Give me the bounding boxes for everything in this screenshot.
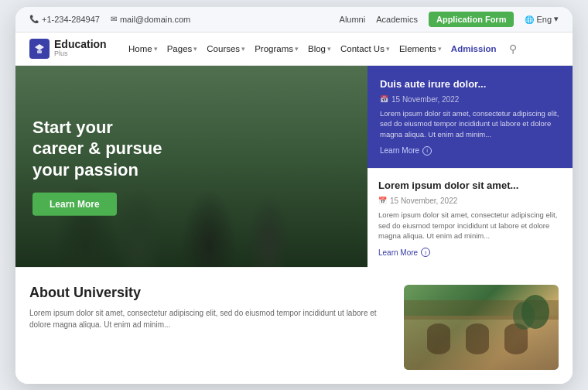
news-secondary-date: 📅 15 November, 2022 xyxy=(378,197,562,205)
news-featured-learn-more[interactable]: Learn More i xyxy=(380,146,560,156)
hero-title: Start your career & pursue your passion xyxy=(32,116,162,180)
flag-icon xyxy=(525,15,534,24)
lang-caret: ▾ xyxy=(554,14,559,24)
svg-rect-1 xyxy=(37,50,42,53)
news-featured-body: Lorem ipsum dolor sit amet, consectetur … xyxy=(380,108,560,140)
logo: Education Plus xyxy=(29,39,115,59)
programs-caret: ▾ xyxy=(295,45,299,53)
mail-icon xyxy=(111,15,117,23)
logo-text: Education Plus xyxy=(54,39,107,58)
svg-marker-0 xyxy=(35,44,44,50)
nav-elements[interactable]: Elements ▾ xyxy=(399,44,442,53)
search-icon[interactable]: ⚲ xyxy=(509,43,517,55)
email-address: mail@domain.com xyxy=(120,15,190,24)
svg-point-8 xyxy=(513,302,535,330)
logo-svg xyxy=(33,43,46,55)
about-body: Lorem ipsum dolor sit amet, consectetur … xyxy=(29,307,391,331)
nav-courses[interactable]: Courses ▾ xyxy=(207,44,245,53)
hero-right-panel: Duis aute irure dolor... 📅 15 November, … xyxy=(368,66,573,267)
language-selector[interactable]: Eng ▾ xyxy=(525,14,559,24)
building-illustration xyxy=(404,285,559,370)
top-bar: +1-234-284947 mail@domain.com Alumni Aca… xyxy=(15,7,573,32)
news-card-featured: Duis aute irure dolor... 📅 15 November, … xyxy=(368,66,573,168)
news-secondary-body: Lorem ipsum dolor sit amet, consectetur … xyxy=(378,210,562,241)
nav-programs[interactable]: Programs ▾ xyxy=(255,44,299,53)
academics-link[interactable]: Academics xyxy=(376,15,418,24)
hero-cta-button[interactable]: Learn More xyxy=(32,193,117,216)
phone-number: +1-234-284947 xyxy=(42,15,100,24)
about-text: About University Lorem ipsum dolor sit a… xyxy=(29,285,391,370)
nav-bar: Education Plus Home ▾ Pages ▾ Courses ▾ … xyxy=(15,32,573,66)
hero-image: Start your career & pursue your passion … xyxy=(15,66,368,267)
hero-section: Start your career & pursue your passion … xyxy=(15,66,573,267)
news-featured-title: Duis aute irure dolor... xyxy=(380,78,560,90)
elements-caret: ▾ xyxy=(438,45,442,53)
news-secondary-learn-more[interactable]: Learn More i xyxy=(378,248,562,257)
home-caret: ▾ xyxy=(154,45,158,53)
phone-icon xyxy=(29,15,39,23)
nav-contact[interactable]: Contact Us ▾ xyxy=(340,44,390,53)
info-icon-bottom: i xyxy=(421,248,430,257)
nav-links: Home ▾ Pages ▾ Courses ▾ Programs ▾ Blog… xyxy=(128,43,559,55)
about-image xyxy=(404,285,559,370)
about-image-bg xyxy=(404,285,559,370)
calendar-icon-top: 📅 xyxy=(380,95,388,103)
alumni-link[interactable]: Alumni xyxy=(340,15,366,24)
top-bar-right: Alumni Academics Application Form Eng ▾ xyxy=(340,12,559,27)
news-featured-date: 📅 15 November, 2022 xyxy=(380,95,560,104)
logo-title: Education xyxy=(54,39,107,50)
email-info: mail@domain.com xyxy=(111,15,190,24)
nav-admission[interactable]: Admission xyxy=(451,44,497,53)
svg-rect-4 xyxy=(466,323,489,354)
blog-caret: ▾ xyxy=(327,45,331,53)
top-bar-left: +1-234-284947 mail@domain.com xyxy=(29,15,190,24)
svg-rect-3 xyxy=(427,323,450,354)
logo-icon xyxy=(29,39,50,59)
hero-text: Start your career & pursue your passion … xyxy=(32,116,162,216)
pages-caret: ▾ xyxy=(193,45,197,53)
contact-caret: ▾ xyxy=(386,45,390,53)
about-title: About University xyxy=(29,285,391,301)
browser-frame: +1-234-284947 mail@domain.com Alumni Aca… xyxy=(15,7,573,384)
application-form-button[interactable]: Application Form xyxy=(429,12,514,27)
nav-home[interactable]: Home ▾ xyxy=(128,44,158,53)
language-label: Eng xyxy=(536,15,552,24)
nav-pages[interactable]: Pages ▾ xyxy=(167,44,198,53)
news-secondary-title: Lorem ipsum dolor sit amet... xyxy=(378,180,562,191)
about-section: About University Lorem ipsum dolor sit a… xyxy=(15,267,573,384)
nav-blog[interactable]: Blog ▾ xyxy=(308,44,331,53)
info-icon-top: i xyxy=(422,146,432,156)
calendar-icon-bottom: 📅 xyxy=(378,197,387,204)
news-card-secondary: Lorem ipsum dolor sit amet... 📅 15 Novem… xyxy=(368,168,573,268)
logo-sub: Plus xyxy=(54,50,107,58)
phone-info: +1-234-284947 xyxy=(29,15,100,24)
courses-caret: ▾ xyxy=(241,45,245,53)
